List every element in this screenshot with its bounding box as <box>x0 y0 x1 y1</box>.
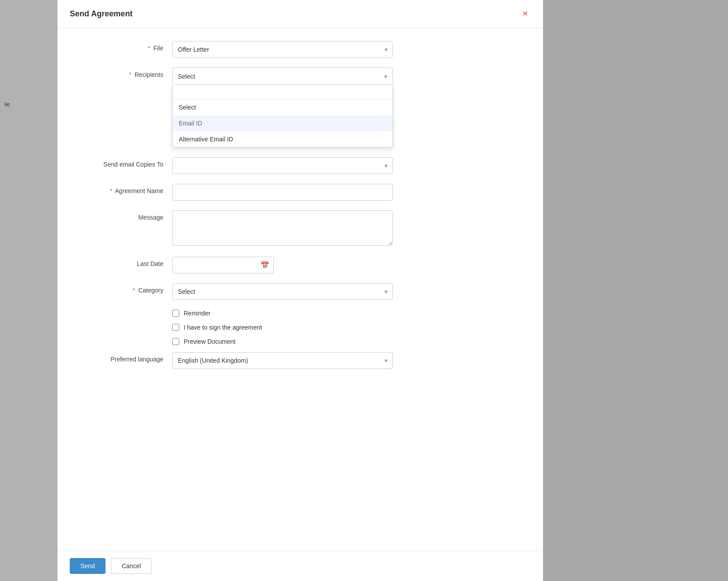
message-label: Message <box>75 210 172 221</box>
sign-agreement-row: I have to sign the agreement <box>75 324 525 331</box>
agreement-name-row: * Agreement Name <box>75 184 525 201</box>
close-button[interactable]: × <box>520 8 531 19</box>
category-control: Select <box>172 283 393 300</box>
reminder-row: Reminder <box>75 310 525 317</box>
file-row: * File Offer Letter <box>75 41 525 58</box>
agreement-name-control <box>172 184 393 201</box>
recipients-control: Select ▾ Select Email ID Alternative Ema… <box>172 68 393 148</box>
agreement-name-required-star: * <box>110 187 112 194</box>
preferred-language-select-wrapper: English (United Kingdom) <box>172 352 393 369</box>
preferred-language-row: Preferred language English (United Kingd… <box>75 352 525 369</box>
dialog-title: Send Agreement <box>70 9 132 19</box>
send-copies-control <box>172 157 393 174</box>
recipients-search-input[interactable] <box>173 85 392 99</box>
message-textarea[interactable] <box>172 210 393 246</box>
send-copies-row: Send email Copies To <box>75 157 525 174</box>
dialog-body: * File Offer Letter * Recipients Selec <box>57 28 543 551</box>
file-label: * File <box>75 41 172 52</box>
recipients-row: * Recipients Select ▾ Select Email ID Al… <box>75 68 525 148</box>
file-select-wrapper: Offer Letter <box>172 41 393 58</box>
preview-doc-row: Preview Document <box>75 338 525 345</box>
message-control <box>172 210 393 247</box>
category-select[interactable]: Select <box>172 283 393 300</box>
file-required-star: * <box>148 45 150 52</box>
reminder-label: Reminder <box>184 310 211 317</box>
category-label: * Category <box>75 283 172 294</box>
sign-agreement-checkbox[interactable] <box>172 324 179 331</box>
recipients-chevron-icon: ▾ <box>384 73 387 80</box>
category-row: * Category Select <box>75 283 525 300</box>
recipients-dropdown: Select Email ID Alternative Email ID <box>172 84 393 148</box>
category-required-star: * <box>133 287 135 294</box>
category-select-wrapper: Select <box>172 283 393 300</box>
recipients-select-box[interactable]: Select ▾ <box>172 68 393 84</box>
preferred-language-select[interactable]: English (United Kingdom) <box>172 352 393 369</box>
send-copies-select[interactable] <box>172 157 393 174</box>
agreement-name-label: * Agreement Name <box>75 184 172 194</box>
reminder-checkbox[interactable] <box>172 310 179 317</box>
recipients-option-email-id[interactable]: Email ID <box>173 115 392 131</box>
last-date-input[interactable] <box>172 257 274 273</box>
recipients-required-star: * <box>129 71 131 78</box>
message-row: Message <box>75 210 525 247</box>
cancel-button[interactable]: Cancel <box>111 558 152 574</box>
agreement-name-input[interactable] <box>172 184 393 201</box>
send-copies-select-wrapper <box>172 157 393 174</box>
recipients-option-select[interactable]: Select <box>173 99 392 115</box>
sign-agreement-label: I have to sign the agreement <box>184 324 262 331</box>
recipients-label: * Recipients <box>75 68 172 78</box>
send-copies-label: Send email Copies To <box>75 157 172 168</box>
send-button[interactable]: Send <box>70 558 106 574</box>
date-input-wrapper: 📅 <box>172 257 274 273</box>
dialog-header: Send Agreement × <box>57 0 543 28</box>
preferred-language-label: Preferred language <box>75 352 172 363</box>
preferred-language-control: English (United Kingdom) <box>172 352 393 369</box>
preview-document-label: Preview Document <box>184 338 236 345</box>
last-date-control: 📅 <box>172 257 393 273</box>
dialog-footer: Send Cancel <box>57 551 543 581</box>
file-control: Offer Letter <box>172 41 393 58</box>
file-select[interactable]: Offer Letter <box>172 41 393 58</box>
last-date-row: Last Date 📅 <box>75 257 525 273</box>
send-agreement-dialog: Send Agreement × * File Offer Letter * R <box>57 0 543 581</box>
recipients-placeholder: Select <box>178 73 195 80</box>
last-date-label: Last Date <box>75 257 172 267</box>
preview-document-checkbox[interactable] <box>172 338 179 345</box>
recipients-option-alt-email-id[interactable]: Alternative Email ID <box>173 131 392 147</box>
